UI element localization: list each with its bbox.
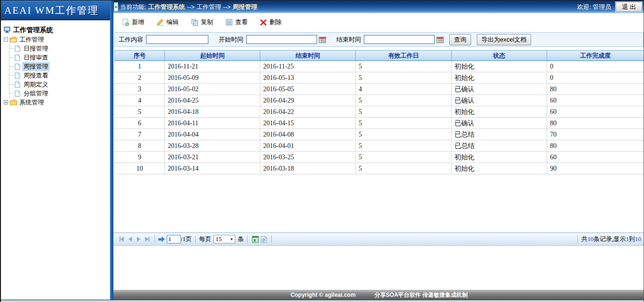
expand-plus-icon[interactable]: + xyxy=(4,100,8,104)
cell-status: 已总结 xyxy=(452,129,547,140)
tree-root[interactable]: 工作管理系统 xyxy=(4,25,108,35)
cell-end: 2016-04-29 xyxy=(260,95,356,106)
last-page-icon[interactable] xyxy=(143,235,151,243)
table-header-row: 序号 起始时间 结束时间 有效工作日 状态 工作完成度 xyxy=(115,51,644,61)
col-header-seq[interactable]: 序号 xyxy=(115,51,165,61)
prev-page-icon[interactable] xyxy=(126,235,134,243)
add-button-label: 新增 xyxy=(132,18,144,26)
sidebar-item-weekly-view[interactable]: 周报查看 xyxy=(9,71,108,80)
col-header-status[interactable]: 状态 xyxy=(452,51,547,61)
page-number-input[interactable] xyxy=(167,235,181,243)
cell-progress: 60 xyxy=(547,152,644,163)
app-title: AEAI WM工作管理 xyxy=(1,0,110,20)
content-label: 工作内容 xyxy=(119,35,143,44)
cell-progress: 90 xyxy=(547,163,644,174)
per-page-unit-label: 条 xyxy=(238,235,244,243)
sidebar-item-daily-review[interactable]: 日报审查 xyxy=(9,53,108,62)
sidebar-item-weekly-mgmt[interactable]: 周报管理 xyxy=(9,62,108,71)
col-header-start[interactable]: 起始时间 xyxy=(165,51,260,61)
per-page-label: 每页 xyxy=(199,235,211,243)
sidebar-item-group-mgmt[interactable]: 分组管理 xyxy=(9,89,108,98)
breadcrumb-bar: 当前功能: 工作管理系统 --> 工作管理 --> 周报管理 欢迎: 管理员 退… xyxy=(113,0,644,13)
copy-button[interactable]: 复制 xyxy=(191,18,213,26)
tree-children: 日报管理 日报审查 周报管理 xyxy=(9,44,108,98)
nav-tree: 工作管理系统 - 工作管理 日报管理 xyxy=(1,20,110,107)
weekly-report-table: 序号 起始时间 结束时间 有效工作日 状态 工作完成度 1 2016-11-21… xyxy=(114,50,644,174)
breadcrumb-page: 周报管理 xyxy=(232,3,257,11)
tree-node-work-mgmt[interactable]: - 工作管理 xyxy=(4,35,108,44)
sidebar-item-daily-mgmt[interactable]: 日报管理 xyxy=(9,44,108,53)
col-header-end[interactable]: 结束时间 xyxy=(260,51,356,61)
tree-node-label: 工作管理 xyxy=(19,35,44,44)
breadcrumb-arrow: --> xyxy=(223,3,231,10)
table-row[interactable]: 6 2016-04-11 2016-04-15 5 已确认 80 xyxy=(115,118,644,129)
logout-button[interactable]: 退 出 xyxy=(616,2,642,12)
end-time-label: 结束时间 xyxy=(336,35,361,44)
summary-to-label: 到 xyxy=(629,235,635,243)
separator xyxy=(155,235,155,243)
table-row[interactable]: 10 2016-03-14 2016-03-18 5 初始化 90 xyxy=(115,163,644,174)
page-total-label: /1页 xyxy=(181,235,192,243)
export-doc-icon[interactable] xyxy=(259,235,268,243)
col-header-progress[interactable]: 工作完成度 xyxy=(547,51,644,61)
delete-button[interactable]: 删除 xyxy=(260,18,282,26)
delete-button-label: 删除 xyxy=(269,18,282,26)
cell-end: 2016-11-25 xyxy=(260,61,356,72)
welcome-text: 欢迎: 管理员 xyxy=(577,3,611,11)
sidebar-item-label: 日报管理 xyxy=(22,44,50,53)
cell-seq: 4 xyxy=(115,95,165,106)
breadcrumb-module: 工作管理 xyxy=(197,3,221,11)
first-page-icon[interactable] xyxy=(117,235,126,243)
sidebar-item-period-def[interactable]: 周期定义 xyxy=(9,80,108,89)
table-row[interactable]: 8 2016-03-28 2016-04-01 5 已总结 80 xyxy=(115,140,644,152)
table-row[interactable]: 9 2016-03-21 2016-03-25 5 初始化 60 xyxy=(115,152,644,163)
table-row[interactable]: 7 2016-04-04 2016-04-08 5 已总结 70 xyxy=(115,129,644,140)
page-icon xyxy=(15,72,20,79)
pencil-icon xyxy=(156,18,164,26)
cell-workdays: 4 xyxy=(356,84,452,95)
start-time-input[interactable] xyxy=(246,35,317,44)
cell-seq: 6 xyxy=(115,118,165,129)
edit-button[interactable]: 编辑 xyxy=(156,18,179,26)
per-page-select[interactable]: 15 ▼ xyxy=(214,235,235,243)
edit-button-label: 编辑 xyxy=(166,18,179,26)
tree-root-label: 工作管理系统 xyxy=(13,26,53,35)
cell-start: 2016-05-02 xyxy=(165,84,260,95)
new-page-icon xyxy=(122,18,129,26)
calendar-icon[interactable] xyxy=(437,36,444,43)
table-row[interactable]: 2 2016-05-09 2016-05-13 5 初始化 0 xyxy=(115,72,644,84)
tree-node-system-mgmt[interactable]: + 系统管理 xyxy=(4,98,108,107)
page-icon xyxy=(15,90,20,97)
end-time-input[interactable] xyxy=(364,35,435,44)
cell-status: 已确认 xyxy=(452,118,547,129)
export-excel-button[interactable]: 导出为excel文档 xyxy=(477,34,531,45)
col-header-workdays[interactable]: 有效工作日 xyxy=(356,51,452,61)
table-row[interactable]: 5 2016-04-18 2016-04-22 5 初始化 60 xyxy=(115,106,644,118)
table-row[interactable]: 4 2016-04-25 2016-04-29 5 已确认 60 xyxy=(115,95,644,106)
work-content-input[interactable] xyxy=(146,35,208,44)
cell-seq: 9 xyxy=(115,152,165,163)
cell-seq: 7 xyxy=(115,129,165,140)
cell-end: 2016-03-25 xyxy=(260,152,356,163)
view-button[interactable]: 查看 xyxy=(225,18,248,26)
query-button[interactable]: 查询 xyxy=(449,34,471,45)
cell-progress: 0 xyxy=(547,72,644,84)
calendar-icon[interactable] xyxy=(319,36,326,43)
cell-start: 2016-05-09 xyxy=(165,72,260,84)
collapse-minus-icon[interactable]: - xyxy=(4,37,8,42)
table-row[interactable]: 3 2016-05-02 2016-05-05 4 已确认 80 xyxy=(115,84,644,95)
cell-start: 2016-03-14 xyxy=(165,163,260,174)
bottom-edge-strip xyxy=(1,300,644,302)
cell-workdays: 5 xyxy=(356,95,452,106)
table-row[interactable]: 1 2016-11-21 2016-11-25 5 初始化 0 xyxy=(115,61,644,72)
go-to-page-icon[interactable] xyxy=(158,236,165,242)
cell-progress: 80 xyxy=(547,140,644,152)
export-excel-icon[interactable] xyxy=(251,235,259,243)
next-page-icon[interactable] xyxy=(134,235,143,243)
cell-progress: 80 xyxy=(547,118,644,129)
add-button[interactable]: 新增 xyxy=(122,18,144,26)
cell-start: 2016-04-11 xyxy=(165,118,260,129)
sidebar: AEAI WM工作管理 工作管理系统 - 工作管理 xyxy=(1,0,110,300)
sidebar-collapse-handle[interactable] xyxy=(114,2,118,11)
page-icon xyxy=(15,63,20,70)
